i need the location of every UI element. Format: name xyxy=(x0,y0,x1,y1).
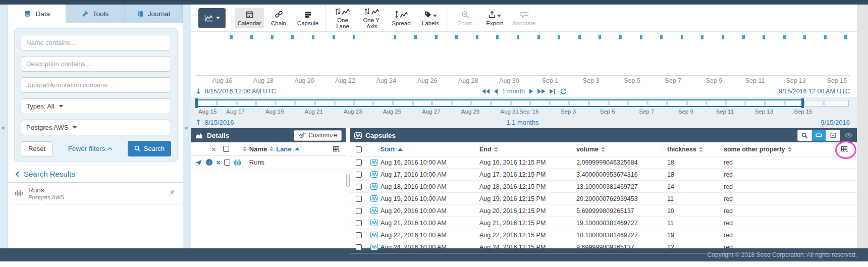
capsule-tick[interactable] xyxy=(353,35,355,39)
capsule-tick[interactable] xyxy=(312,35,314,39)
capsule-tick[interactable] xyxy=(517,35,519,39)
info-icon[interactable]: i xyxy=(206,159,212,166)
journal-contains-input[interactable] xyxy=(21,77,171,93)
customize-button[interactable]: Customize xyxy=(294,130,342,141)
remove-item-icon[interactable]: × xyxy=(216,158,221,166)
one-y-axis-button[interactable]: One Y-Axis xyxy=(357,5,387,31)
capsule-tick[interactable] xyxy=(660,35,663,39)
tab-tools[interactable]: Tools xyxy=(66,5,124,23)
capsule-tick[interactable] xyxy=(640,35,642,39)
search-results-header[interactable]: Search Results xyxy=(8,165,183,183)
capsule-tick[interactable] xyxy=(455,35,458,39)
capsule-tick[interactable] xyxy=(803,35,806,39)
capsule-tick[interactable] xyxy=(578,35,581,39)
zoom-to-capsule-button[interactable] xyxy=(798,130,812,141)
types-dropdown[interactable]: Types: All xyxy=(21,98,171,114)
row-checkbox[interactable] xyxy=(356,184,362,190)
collapse-table-button[interactable] xyxy=(826,130,840,141)
add-column-icon[interactable] xyxy=(332,144,342,154)
panel-resize-handle[interactable] xyxy=(346,128,350,248)
capsule-tick[interactable] xyxy=(394,35,396,39)
step-forward-double-button[interactable] xyxy=(537,89,545,94)
capsule-time-toggle-button[interactable] xyxy=(812,130,826,141)
pin-icon[interactable] xyxy=(168,189,176,197)
column-header-start[interactable]: Start xyxy=(381,146,479,153)
capsule-tick[interactable] xyxy=(844,35,847,39)
one-lane-button[interactable]: One Lane xyxy=(328,5,357,31)
capsule-tick[interactable] xyxy=(558,35,560,39)
datasource-dropdown[interactable]: Postgres AWS xyxy=(21,120,171,135)
search-result-item[interactable]: Runs Postgres AWS xyxy=(8,183,183,204)
investigate-duration[interactable]: 1.1 months xyxy=(506,119,538,126)
display-range-end[interactable]: 9/15/2016 12:00 AM UTC xyxy=(779,88,850,95)
refresh-icon[interactable] xyxy=(560,88,566,94)
scrubber-left-handle[interactable] xyxy=(195,98,198,108)
row-checkbox[interactable] xyxy=(356,196,362,202)
capsule-tick[interactable] xyxy=(291,35,294,39)
remove-all-icon[interactable]: × xyxy=(211,145,216,153)
scrubber-right-handle[interactable] xyxy=(801,98,804,108)
capsule-tick[interactable] xyxy=(476,35,478,39)
investigate-end[interactable]: 9/15/2016 xyxy=(821,119,850,126)
capsule-tick[interactable] xyxy=(783,35,786,39)
capsule-tick[interactable] xyxy=(681,35,683,39)
tab-journal[interactable]: Journal xyxy=(125,5,183,23)
step-back-double-button[interactable] xyxy=(482,89,490,94)
send-to-organizer-icon[interactable] xyxy=(195,159,202,166)
view-selector-button[interactable] xyxy=(198,8,226,28)
column-header-volume[interactable]: volume xyxy=(576,146,667,153)
collapse-sidebar-chevron[interactable]: « xyxy=(184,124,189,132)
row-checkbox[interactable] xyxy=(356,208,362,214)
chain-button[interactable]: Chain xyxy=(264,5,293,31)
fewer-filters-link[interactable]: Fewer filters xyxy=(53,145,128,152)
column-header-lane[interactable]: Lane xyxy=(276,145,291,153)
capsule-tick[interactable] xyxy=(701,35,703,39)
capsule-tick[interactable] xyxy=(763,35,765,39)
details-row[interactable]: i × Runs xyxy=(191,156,346,169)
step-back-button[interactable] xyxy=(494,89,498,94)
capsule-tick[interactable] xyxy=(742,35,745,39)
sort-icon[interactable] xyxy=(269,146,274,151)
calendar-button[interactable]: Calendar xyxy=(235,8,264,28)
row-checkbox[interactable] xyxy=(224,159,230,166)
display-range-start[interactable]: ↓ 8/15/2016 12:00 AM UTC xyxy=(195,87,276,95)
capsule-tick[interactable] xyxy=(599,35,601,39)
name-contains-input[interactable] xyxy=(21,35,171,50)
column-header-some-other-property[interactable]: some other property xyxy=(724,146,833,153)
scrubber-bar[interactable] xyxy=(196,99,849,107)
column-header-end[interactable]: End xyxy=(479,146,576,153)
description-contains-input[interactable] xyxy=(21,56,171,72)
export-button[interactable]: Export xyxy=(480,5,509,31)
reset-button[interactable]: Reset xyxy=(21,141,53,156)
capsule-tick[interactable] xyxy=(230,35,233,39)
investigate-start[interactable]: ↑ 8/15/2016 xyxy=(195,118,234,126)
capsule-tick[interactable] xyxy=(824,35,827,39)
row-checkbox[interactable] xyxy=(356,232,362,238)
scrubber-unselected[interactable] xyxy=(803,100,849,106)
sort-icon[interactable] xyxy=(243,146,247,151)
column-header-name[interactable]: Name xyxy=(249,145,267,153)
search-button[interactable]: Search xyxy=(128,141,171,156)
row-checkbox[interactable] xyxy=(356,159,362,166)
add-capsule-column-icon[interactable] xyxy=(840,144,850,154)
capsule-button[interactable]: Capsule xyxy=(293,5,322,31)
capsule-tick[interactable] xyxy=(537,35,540,39)
column-header-thickness[interactable]: thickness xyxy=(667,146,724,153)
trend-chart[interactable] xyxy=(195,32,850,75)
collapse-left-chevron[interactable]: « xyxy=(1,124,6,132)
step-to-now-button[interactable] xyxy=(550,89,556,94)
spread-button[interactable]: Spread xyxy=(387,5,416,31)
drag-grip-icon[interactable] xyxy=(346,174,350,187)
row-checkbox[interactable] xyxy=(356,244,362,250)
labels-button[interactable]: Labels xyxy=(416,5,445,31)
capsule-tick[interactable] xyxy=(333,35,335,39)
capsule-tick[interactable] xyxy=(722,35,724,39)
capsule-tick[interactable] xyxy=(435,35,438,39)
tab-data[interactable]: Data xyxy=(8,5,66,23)
scrubber-selected-range[interactable] xyxy=(196,99,803,107)
capsule-tick[interactable] xyxy=(496,35,499,39)
capsule-tick[interactable] xyxy=(271,35,274,39)
row-checkbox[interactable] xyxy=(356,220,362,226)
select-all-checkbox[interactable] xyxy=(223,146,229,152)
row-checkbox[interactable] xyxy=(356,172,362,178)
